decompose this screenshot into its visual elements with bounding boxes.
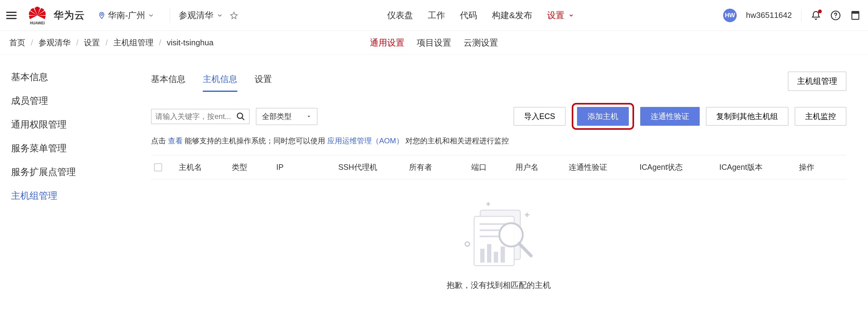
chevron-down-icon bbox=[148, 12, 154, 19]
svg-point-16 bbox=[465, 242, 469, 246]
crumb-home[interactable]: 首页 bbox=[9, 37, 25, 48]
col-username: 用户名 bbox=[516, 162, 568, 172]
chevron-down-icon bbox=[568, 12, 574, 18]
add-host-highlight: 添加主机 bbox=[572, 103, 634, 130]
sidebar-item-perms[interactable]: 通用权限管理 bbox=[11, 113, 129, 137]
empty-illustration-icon bbox=[453, 198, 545, 269]
col-owner: 所有者 bbox=[409, 162, 471, 172]
crumb-project[interactable]: 参观清华 bbox=[38, 37, 70, 48]
menu-toggle-icon[interactable] bbox=[6, 9, 19, 22]
svg-rect-13 bbox=[501, 246, 505, 263]
col-port: 端口 bbox=[471, 162, 516, 172]
svg-rect-11 bbox=[487, 244, 491, 263]
svg-rect-12 bbox=[494, 252, 498, 263]
subnav-cloudtest[interactable]: 云测设置 bbox=[464, 37, 498, 49]
avatar[interactable]: HW bbox=[723, 9, 737, 22]
huawei-logo: HUAWEI bbox=[27, 6, 48, 25]
hostgroup-manage-button[interactable]: 主机组管理 bbox=[788, 71, 846, 91]
sidebar-item-members[interactable]: 成员管理 bbox=[11, 89, 129, 113]
svg-rect-10 bbox=[480, 249, 485, 263]
col-icagent-version: ICAgent版本 bbox=[719, 162, 799, 172]
star-icon[interactable] bbox=[230, 11, 238, 20]
search-box[interactable] bbox=[151, 109, 250, 124]
host-monitor-button[interactable]: 主机监控 bbox=[795, 107, 846, 126]
crumb-current[interactable]: visit-tsinghua bbox=[167, 38, 214, 48]
subnav-project[interactable]: 项目设置 bbox=[417, 37, 451, 49]
svg-rect-3 bbox=[852, 11, 859, 13]
empty-state: 抱歉，没有找到相匹配的主机 bbox=[151, 179, 846, 291]
tab-hostinfo[interactable]: 主机信息 bbox=[203, 70, 237, 92]
table-header-row: 主机名 类型 IP SSH代理机 所有者 端口 用户名 连通性验证 ICAgen… bbox=[151, 155, 846, 179]
col-icagent-status: ICAgent状态 bbox=[640, 162, 719, 172]
sidebar-item-basic[interactable]: 基本信息 bbox=[11, 65, 129, 89]
col-ssh: SSH代理机 bbox=[338, 162, 409, 172]
add-host-button[interactable]: 添加主机 bbox=[577, 107, 629, 126]
sub-nav: 通用设置 项目设置 云测设置 bbox=[370, 37, 498, 49]
tab-basic[interactable]: 基本信息 bbox=[151, 70, 186, 92]
crumb-settings[interactable]: 设置 bbox=[84, 37, 100, 48]
notification-dot bbox=[818, 9, 822, 13]
type-filter[interactable]: 全部类型 bbox=[256, 108, 317, 125]
sidebar-item-service-menu[interactable]: 服务菜单管理 bbox=[11, 137, 129, 160]
caret-down-icon bbox=[306, 114, 311, 119]
svg-point-4 bbox=[237, 113, 243, 118]
nav-dashboard[interactable]: 仪表盘 bbox=[387, 0, 413, 31]
location-pin-icon bbox=[98, 12, 105, 19]
svg-line-15 bbox=[519, 243, 531, 256]
resource-icon[interactable] bbox=[850, 10, 861, 21]
divider bbox=[801, 9, 801, 22]
username: hw36511642 bbox=[746, 10, 792, 20]
detail-tabs: 基本信息 主机信息 设置 bbox=[151, 70, 272, 92]
col-ip: IP bbox=[276, 163, 338, 172]
search-icon bbox=[236, 112, 245, 121]
nav-settings[interactable]: 设置 bbox=[547, 0, 574, 31]
project-label: 参观清华 bbox=[179, 9, 213, 21]
host-table: 主机名 类型 IP SSH代理机 所有者 端口 用户名 连通性验证 ICAgen… bbox=[151, 155, 846, 179]
hint-link-view[interactable]: 查看 bbox=[168, 137, 183, 145]
import-ecs-button[interactable]: 导入ECS bbox=[514, 107, 566, 126]
region-selector[interactable]: 华南-广州 bbox=[94, 8, 158, 23]
breadcrumb: 首页/ 参观清华/ 设置/ 主机组管理/ visit-tsinghua bbox=[9, 37, 214, 48]
empty-text: 抱歉，没有找到相匹配的主机 bbox=[447, 280, 551, 291]
copy-to-group-button[interactable]: 复制到其他主机组 bbox=[706, 107, 788, 126]
select-all-checkbox[interactable] bbox=[154, 163, 162, 171]
tab-settings[interactable]: 设置 bbox=[255, 70, 272, 92]
hint-text: 点击 查看 能够支持的主机操作系统；同时您可以使用 应用运维管理（AOM） 对您… bbox=[151, 136, 846, 146]
project-selector[interactable]: 参观清华 bbox=[179, 9, 223, 21]
nav-settings-label: 设置 bbox=[547, 10, 564, 20]
divider bbox=[170, 8, 170, 23]
chevron-down-icon bbox=[216, 12, 223, 19]
subnav-general[interactable]: 通用设置 bbox=[370, 37, 404, 49]
help-icon[interactable] bbox=[830, 10, 841, 21]
type-filter-label: 全部类型 bbox=[262, 112, 291, 121]
nav-work[interactable]: 工作 bbox=[428, 0, 445, 31]
sidebar: 基本信息 成员管理 通用权限管理 服务菜单管理 服务扩展点管理 主机组管理 bbox=[0, 55, 129, 331]
nav-build[interactable]: 构建&发布 bbox=[492, 0, 532, 31]
hint-link-aom[interactable]: 应用运维管理（AOM） bbox=[327, 137, 403, 145]
nav-code[interactable]: 代码 bbox=[460, 0, 477, 31]
col-action: 操作 bbox=[799, 162, 843, 172]
col-connect: 连通性验证 bbox=[569, 162, 640, 172]
search-input[interactable] bbox=[155, 112, 236, 121]
col-type: 类型 bbox=[232, 162, 276, 172]
svg-text:HUAWEI: HUAWEI bbox=[30, 21, 45, 24]
connect-verify-button[interactable]: 连通性验证 bbox=[640, 107, 700, 126]
col-hostname: 主机名 bbox=[179, 162, 232, 172]
top-nav: 仪表盘 工作 代码 构建&发布 设置 bbox=[238, 0, 723, 31]
crumb-hostgroup[interactable]: 主机组管理 bbox=[114, 37, 154, 48]
region-label: 华南-广州 bbox=[108, 9, 145, 21]
sidebar-item-hostgroup[interactable]: 主机组管理 bbox=[11, 184, 129, 208]
brand-name: 华为云 bbox=[54, 9, 85, 22]
sidebar-item-service-ext[interactable]: 服务扩展点管理 bbox=[11, 160, 129, 184]
notification-icon[interactable] bbox=[811, 10, 821, 21]
